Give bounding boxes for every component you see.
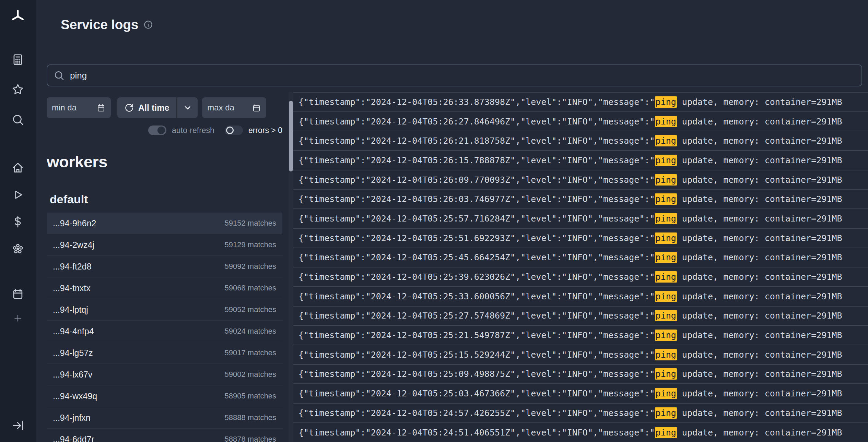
- worker-name: ...94-6dd7r: [53, 434, 94, 442]
- log-json-mid: ","level":": [510, 272, 567, 282]
- min-date-button[interactable]: min da: [47, 97, 111, 118]
- log-row[interactable]: {"timestamp":"2024-12-04T05:26:27.846496…: [293, 112, 868, 132]
- time-range-dropdown-button[interactable]: [176, 97, 198, 118]
- log-timestamp: 2024-12-04T05:25:27.574869Z: [371, 311, 510, 321]
- worker-row[interactable]: ...94-lg57z 59017 matches: [47, 342, 282, 364]
- log-level: INFO: [567, 136, 588, 146]
- log-timestamp: 2024-12-04T05:25:51.692293Z: [371, 233, 510, 243]
- log-level: INFO: [567, 369, 588, 379]
- log-row[interactable]: {"timestamp":"2024-12-04T05:26:33.873898…: [293, 93, 868, 112]
- log-scrollbar[interactable]: [289, 92, 293, 442]
- worker-row[interactable]: ...94-2wz4j 59129 matches: [47, 234, 282, 256]
- worker-row[interactable]: ...94-jnfxn 58888 matches: [47, 407, 282, 429]
- log-level: INFO: [567, 350, 588, 360]
- log-row[interactable]: {"timestamp":"2024-12-04T05:25:15.529244…: [293, 345, 868, 365]
- log-json-mid2: ","message":": [588, 136, 655, 146]
- worker-match-count: 59017 matches: [225, 348, 276, 357]
- log-row[interactable]: {"timestamp":"2024-12-04T05:26:21.818758…: [293, 131, 868, 151]
- search-icon[interactable]: [11, 113, 25, 127]
- log-json-mid2: ","message":": [588, 214, 655, 224]
- search-input[interactable]: [70, 70, 855, 81]
- log-highlight-match: ping: [655, 96, 677, 108]
- worker-row[interactable]: ...94-4nfp4 59024 matches: [47, 321, 282, 342]
- time-range-button[interactable]: All time: [117, 97, 176, 118]
- log-json-mid2: ","message":": [588, 194, 655, 204]
- worker-row[interactable]: ...94-tnxtx 59068 matches: [47, 277, 282, 299]
- sidebar: [0, 0, 36, 442]
- worker-row[interactable]: ...94-lptqj 59052 matches: [47, 299, 282, 321]
- page-title: Service logs: [61, 17, 138, 32]
- log-row[interactable]: {"timestamp":"2024-12-04T05:25:03.467366…: [293, 384, 868, 404]
- auto-refresh-toggle[interactable]: [148, 126, 166, 135]
- log-row[interactable]: {"timestamp":"2024-12-04T05:24:51.406551…: [293, 423, 868, 442]
- log-json-mid: ","level":": [510, 175, 567, 185]
- log-highlight-match: ping: [655, 310, 677, 321]
- log-json-mid2: ","message":": [588, 97, 655, 107]
- main-content: Service logs min da: [36, 0, 868, 442]
- log-search-bar: [47, 64, 862, 86]
- log-row[interactable]: {"timestamp":"2024-12-04T05:24:57.426255…: [293, 404, 868, 423]
- workers-heading: workers: [47, 152, 107, 171]
- worker-name: ...94-lptqj: [53, 305, 88, 315]
- log-row[interactable]: {"timestamp":"2024-12-04T05:25:09.498875…: [293, 365, 868, 384]
- log-highlight-match: ping: [655, 116, 677, 127]
- worker-row[interactable]: ...94-6dd7r 58878 matches: [47, 429, 282, 442]
- collapse-sidebar-arrow-icon[interactable]: [11, 419, 25, 432]
- log-message-rest: update, memory: container=291MB: [677, 97, 842, 107]
- worker-name: ...94-lx67v: [53, 370, 92, 380]
- log-json-mid2: ","message":": [588, 272, 655, 282]
- schedules-calendar-icon[interactable]: [11, 287, 25, 301]
- worker-row[interactable]: ...94-9h6n2 59152 matches: [47, 213, 282, 234]
- log-row[interactable]: {"timestamp":"2024-12-04T05:25:57.716284…: [293, 209, 868, 229]
- worker-name: ...94-lg57z: [53, 348, 93, 358]
- variables-dollar-icon[interactable]: [11, 215, 25, 229]
- log-row[interactable]: {"timestamp":"2024-12-04T05:25:39.623026…: [293, 267, 868, 287]
- log-timestamp: 2024-12-04T05:26:27.846496Z: [371, 117, 510, 127]
- log-row[interactable]: {"timestamp":"2024-12-04T05:25:27.574869…: [293, 307, 868, 326]
- log-json-prefix: {"timestamp":": [298, 311, 371, 321]
- log-row[interactable]: {"timestamp":"2024-12-04T05:26:03.746977…: [293, 190, 868, 209]
- log-level: INFO: [567, 272, 588, 282]
- calculator-icon[interactable]: [11, 53, 25, 67]
- add-plus-icon[interactable]: [11, 311, 25, 325]
- log-row[interactable]: {"timestamp":"2024-12-04T05:26:09.770093…: [293, 170, 868, 190]
- log-timestamp: 2024-12-04T05:25:15.529244Z: [371, 350, 510, 360]
- errors-toggle[interactable]: [225, 126, 243, 135]
- errors-label: errors > 0: [248, 126, 282, 135]
- windmill-logo-icon[interactable]: [10, 9, 25, 24]
- home-icon[interactable]: [11, 161, 25, 175]
- worker-row[interactable]: ...94-wx49q 58905 matches: [47, 385, 282, 407]
- log-level: INFO: [567, 214, 588, 224]
- info-icon[interactable]: [143, 20, 153, 30]
- worker-match-count: 59052 matches: [225, 305, 276, 314]
- hub-flower-icon[interactable]: [11, 242, 25, 256]
- worker-match-count: 58905 matches: [225, 392, 276, 401]
- log-highlight-match: ping: [655, 271, 677, 283]
- log-row[interactable]: {"timestamp":"2024-12-04T05:25:21.549787…: [293, 326, 868, 345]
- log-level: INFO: [567, 389, 588, 398]
- log-row[interactable]: {"timestamp":"2024-12-04T05:25:45.664254…: [293, 248, 868, 268]
- log-json-mid2: ","message":": [588, 155, 655, 165]
- worker-row[interactable]: ...94-ft2d8 59092 matches: [47, 256, 282, 277]
- log-scrollbar-thumb[interactable]: [289, 101, 293, 171]
- log-row[interactable]: {"timestamp":"2024-12-04T05:25:51.692293…: [293, 229, 868, 248]
- max-date-button[interactable]: max da: [202, 97, 266, 118]
- log-message-rest: update, memory: container=291MB: [677, 408, 842, 418]
- log-level: INFO: [567, 291, 588, 301]
- log-list: {"timestamp":"2024-12-04T05:26:33.873898…: [293, 92, 868, 442]
- worker-name: ...94-4nfp4: [53, 326, 94, 336]
- favorites-star-icon[interactable]: [11, 83, 25, 96]
- log-json-prefix: {"timestamp":": [298, 155, 371, 165]
- log-row[interactable]: {"timestamp":"2024-12-04T05:26:15.788878…: [293, 151, 868, 170]
- log-row[interactable]: {"timestamp":"2024-12-04T05:25:33.600056…: [293, 287, 868, 307]
- worker-name: ...94-wx49q: [53, 391, 97, 401]
- log-message-rest: update, memory: container=291MB: [677, 194, 842, 204]
- log-json-mid2: ","message":": [588, 117, 655, 127]
- runs-play-icon[interactable]: [11, 188, 25, 202]
- toggle-row: auto-refresh errors > 0: [47, 124, 282, 136]
- log-message-rest: update, memory: container=291MB: [677, 214, 842, 224]
- worker-match-count: 59024 matches: [225, 327, 276, 336]
- log-highlight-match: ping: [655, 174, 677, 186]
- log-json-prefix: {"timestamp":": [298, 428, 371, 438]
- worker-row[interactable]: ...94-lx67v 59002 matches: [47, 364, 282, 385]
